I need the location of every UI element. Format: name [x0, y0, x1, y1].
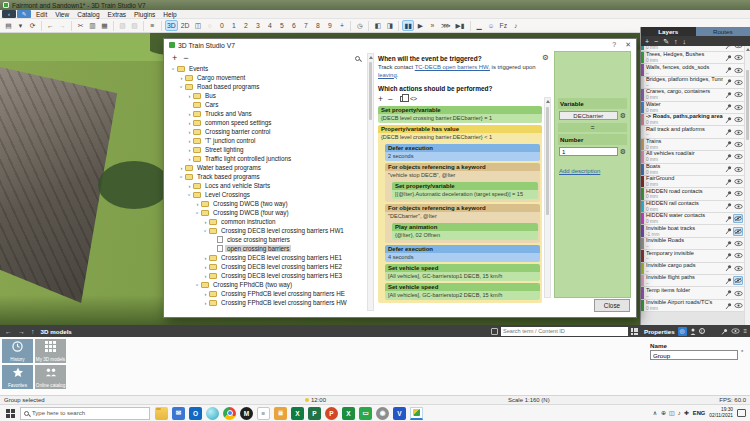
eye-icon[interactable] [733, 128, 743, 137]
action-block-set-property-variable[interactable]: Set property/variable{DECB level crossin… [378, 106, 542, 123]
tree-item-events[interactable]: ›Events [170, 64, 366, 73]
tree-item-level-crossings[interactable]: ›Level Crossings [170, 190, 366, 199]
layer-visibility[interactable] [733, 53, 743, 62]
tree-item-common-instruction[interactable]: ›common instruction [170, 217, 366, 226]
eye-icon[interactable] [733, 90, 743, 99]
layer-down-button[interactable]: ↓ [683, 38, 687, 45]
expand-icon[interactable]: › [202, 300, 209, 306]
eye-icon[interactable] [733, 78, 743, 87]
layer-visibility[interactable] [733, 227, 743, 236]
action-block-defer-execution[interactable]: Defer execution4 seconds [385, 245, 540, 262]
scroll-thumb[interactable] [746, 70, 749, 140]
pin-icon[interactable] [723, 289, 733, 297]
layer-visibility[interactable] [733, 214, 743, 223]
faster-forward-button[interactable]: ⋙ [439, 20, 453, 31]
panel-left-button[interactable]: ◧ [372, 20, 383, 31]
pin-icon[interactable] [723, 178, 733, 186]
layer-row-hidden-water-contacts[interactable]: HIDDEN water contacts0 mm [641, 213, 744, 225]
layer-row-rail-track-and-platforms[interactable]: Rail track and platforms– [641, 126, 744, 138]
expand-icon[interactable]: › [186, 156, 193, 162]
layer-visibility[interactable] [733, 239, 743, 248]
actions-scrollbar[interactable] [544, 97, 551, 298]
edit-mode-icon[interactable]: ✎ [17, 10, 31, 18]
notification-center-icon[interactable] [737, 409, 746, 417]
tray-location-icon[interactable]: ⊕ [661, 410, 666, 416]
tree-item-crossing-decb-level-crossing-barriers-he3[interactable]: ›Crossing DECB level crossing barriers H… [170, 271, 366, 280]
pin-icon[interactable] [723, 190, 733, 198]
tree-item-crossing-fphdcb-two-way[interactable]: ›Crossing FPhdCB (two way) [170, 280, 366, 289]
target-icon[interactable]: ◎ [678, 327, 687, 336]
layer-row-temp-items-folder[interactable]: Temp items folder– [641, 287, 744, 299]
pin-icon[interactable] [723, 66, 733, 74]
person-button[interactable]: ☺ [486, 20, 497, 31]
collapse-icon[interactable]: › [179, 83, 185, 90]
train-studio-app-icon[interactable] [410, 407, 423, 420]
tray-shield-icon[interactable]: ✚ [684, 410, 689, 416]
eye-icon[interactable] [731, 328, 740, 334]
pin-icon[interactable] [723, 202, 733, 210]
refresh-button[interactable]: ⟳ [27, 20, 38, 31]
expand-icon[interactable]: › [186, 138, 193, 144]
tree-item-locs-and-vehicle-starts[interactable]: ›Locs and vehicle Starts [170, 181, 366, 190]
pin-icon[interactable] [723, 128, 733, 136]
eye-icon[interactable] [733, 239, 743, 248]
collapse-icon[interactable]: › [203, 227, 209, 234]
nav-forward-icon[interactable]: → [18, 328, 25, 335]
nav-up-icon[interactable]: ↑ [31, 328, 35, 335]
clock[interactable]: 19:30 02/11/2021 [709, 407, 733, 418]
pin-icon[interactable] [723, 302, 733, 310]
trigger-mode-link[interactable]: leaving [378, 72, 397, 78]
camera-3-button[interactable]: 3 [252, 20, 263, 31]
eye-icon[interactable] [733, 115, 743, 124]
tree-item-traffic-light-controlled-junctions[interactable]: ›Traffic light controlled junctions [170, 154, 366, 163]
expand-icon[interactable]: › [186, 183, 193, 189]
pin-icon[interactable] [723, 78, 733, 86]
split-view-button[interactable]: ◫ [192, 20, 203, 31]
action-remove-button[interactable]: − [388, 94, 393, 104]
layer-row-fairground[interactable]: FairGround0 mm [641, 176, 744, 188]
eye-icon[interactable] [733, 276, 743, 285]
menu-icon[interactable]: ≡ [743, 328, 747, 334]
camera-4-button[interactable]: 4 [264, 20, 275, 31]
scroll-up-icon[interactable] [746, 48, 750, 51]
pin-icon[interactable] [723, 116, 733, 124]
cut-button[interactable]: ✂ [75, 20, 86, 31]
tree-item-crossing-fphdcb-level-crossing-barriers-he[interactable]: ›Crossing FPhdCB level crossing barriers… [170, 289, 366, 298]
collapse-icon[interactable]: › [171, 65, 177, 72]
layer-row-cranes-cargo-containers[interactable]: Cranes, cargo, containers0 mm [641, 89, 744, 101]
scroll-thumb[interactable] [546, 107, 549, 215]
pin-icon[interactable] [723, 91, 733, 99]
tree-item-track-based-programs[interactable]: ›Track based programs [170, 172, 366, 181]
catalog-tile-favorites[interactable]: Favorites [2, 365, 33, 389]
fast-forward-button[interactable]: » [427, 20, 438, 31]
tree-item-trucks-and-vans[interactable]: ›Trucks and Vans [170, 109, 366, 118]
pin-icon[interactable] [723, 277, 733, 285]
breadcrumb[interactable]: 3D models [41, 328, 72, 335]
expand-icon[interactable]: › [186, 120, 193, 126]
layer-row-hidden-road-contacts[interactable]: HIDDEN road contacts0 mm [641, 188, 744, 200]
layer-visibility[interactable] [733, 165, 743, 174]
excel-app-icon[interactable]: X [291, 407, 304, 420]
layer-visibility[interactable] [733, 128, 743, 137]
layer-add-button[interactable]: + [645, 38, 649, 45]
camera-6-button[interactable]: 6 [288, 20, 299, 31]
layer-row-walls-fences-odds-sods[interactable]: Walls, fences, odds_sods– [641, 64, 744, 76]
file-explorer-app-icon[interactable] [155, 407, 168, 420]
dialog-close-icon[interactable]: ✕ [625, 41, 631, 49]
collapse-icon[interactable]: › [195, 209, 201, 216]
burger-app-icon[interactable]: ≣ [274, 407, 287, 420]
camera-9-button[interactable]: 9 [324, 20, 335, 31]
snip-app-icon[interactable]: ◉ [376, 407, 389, 420]
pin-icon[interactable] [723, 54, 733, 62]
scroll-up-icon[interactable] [546, 100, 550, 103]
layer-visibility[interactable] [733, 301, 743, 310]
eye-icon[interactable] [733, 140, 743, 149]
expand-icon[interactable]: › [202, 291, 209, 297]
tab-layers[interactable]: Layers [641, 27, 696, 36]
layer-edit-button[interactable]: ✎ [663, 38, 669, 45]
tray-expand-icon[interactable]: ∧ [653, 410, 657, 416]
layer-visibility[interactable] [733, 103, 743, 112]
layer-visibility[interactable] [733, 289, 743, 298]
view-3d-button[interactable]: 3D [165, 20, 178, 31]
tree-item-t-junction-control[interactable]: ›'T' junction control [170, 136, 366, 145]
